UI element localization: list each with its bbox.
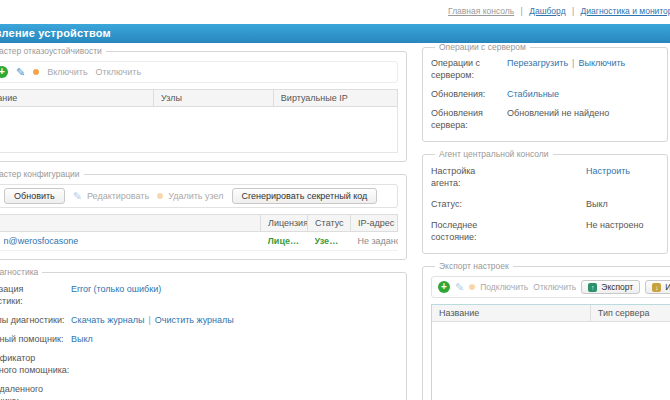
failover-cluster-legend: Кластер отказоустойчивости (0, 46, 106, 56)
edit-pencil-icon[interactable]: ✎ (16, 67, 25, 78)
assistant-id-label: Идентификатор удаленного помощника: (0, 352, 71, 376)
clear-logs-link[interactable]: Очистить журналы (155, 315, 234, 325)
config-cluster-legend: Кластер конфигурации (0, 169, 84, 179)
export-table-empty-body (432, 322, 670, 400)
export-table: Название Тип сервера (432, 305, 670, 322)
failover-toolbar: + ✎ Включить Отключить (0, 61, 398, 83)
console-agent-section: Агент центральной консоли Настройка аген… (422, 149, 668, 254)
detail-level-label: Детализация диагностики: (0, 283, 71, 307)
export-table-container: Название Тип сервера (431, 304, 670, 400)
node-status: Узел до… (315, 236, 344, 246)
disable-button[interactable]: Отключить (96, 67, 142, 77)
updates-channel-row: Обновления: Стабильные (431, 88, 659, 100)
agent-configure-link[interactable]: Настроить (586, 166, 630, 176)
shutdown-link[interactable]: Выключить (578, 58, 625, 68)
assistant-id-value (71, 352, 398, 376)
agent-status-row: Статус: Выкл (431, 198, 659, 210)
detail-level-link[interactable]: Error (только ошибки) (71, 284, 161, 294)
column-header-virtual-ip: Виртуальные IP (273, 90, 397, 107)
remove-circle-icon[interactable] (157, 193, 163, 199)
edit-pencil-icon[interactable]: ✎ (455, 282, 464, 293)
config-table: Имя Лицензия Статус IP-адрес n@werosfoca… (0, 214, 398, 251)
server-ops-label: Операции с сервером: (431, 57, 507, 81)
import-icon: ↓ (652, 283, 661, 292)
export-button-label: Экспорт (601, 282, 633, 292)
column-header-server-type: Тип сервера (590, 305, 670, 322)
add-icon[interactable]: + (0, 66, 8, 78)
diagnostics-section: Диагностика Детализация диагностики: Err… (0, 267, 407, 400)
agent-status-value: Выкл (586, 198, 608, 210)
export-icon: ↑ (588, 283, 597, 292)
nav-item-dashboard[interactable]: Дашборд (529, 6, 565, 16)
add-icon[interactable]: + (438, 281, 450, 293)
column-header-ip: IP-адрес (350, 215, 397, 232)
node-name-link[interactable]: n@werosfocasone (4, 236, 79, 246)
device-management-page: Главная консоль | Дашборд | Диагностика … (0, 0, 670, 400)
column-header-name: Имя (0, 215, 261, 232)
remote-assistant-label: Удаленный помощник: (0, 333, 71, 345)
remove-circle-icon[interactable] (33, 69, 39, 75)
diagnostics-detail-row: Детализация диагностики: Error (только о… (0, 283, 398, 307)
column-header-license: Лицензия (261, 215, 308, 232)
updates-channel-link[interactable]: Стабильные (507, 89, 559, 99)
column-header-nodes: Узлы (154, 90, 274, 107)
connect-button[interactable]: Подключить (480, 282, 528, 292)
failover-cluster-section: Кластер отказоустойчивости + ✎ Включить … (0, 46, 407, 162)
failover-table: Название Узлы Виртуальные IP (0, 89, 398, 107)
export-button[interactable]: ↑ Экспорт (581, 280, 640, 294)
failover-table-empty-body (0, 107, 398, 153)
assistant-token-value (71, 383, 398, 400)
ip-address-value: Не задано (357, 236, 397, 246)
nav-item-home[interactable]: Главная консоль (448, 6, 514, 16)
license-status: Лицензиона… (268, 236, 301, 246)
nav-item-monitoring[interactable]: Диагностика и мониторинг (581, 6, 670, 16)
edit-node-button[interactable]: Редактировать (87, 191, 149, 201)
config-cluster-section: Кластер конфигурации Обновить ✎ Редактир… (0, 169, 407, 260)
diag-logs-label: Журналы диагностики: (0, 314, 71, 326)
assistant-id-row: Идентификатор удаленного помощника: (0, 352, 398, 376)
nav-separator: | (572, 6, 574, 16)
nav-separator: | (521, 6, 523, 16)
server-operations-section: Операции с сервером Операции с сервером:… (422, 42, 668, 142)
remote-assistant-row: Удаленный помощник: Выкл (0, 333, 398, 345)
agent-last-state-value: Не настроено (586, 219, 644, 231)
agent-status-label: Статус: (431, 198, 495, 210)
updates-label: Обновления: (431, 88, 507, 100)
diagnostics-legend: Диагностика (0, 267, 42, 277)
export-settings-legend: Экспорт настроек (435, 261, 513, 271)
link-separator: | (572, 58, 574, 68)
page-title: Управление устройством (0, 24, 111, 43)
link-separator: | (148, 315, 150, 325)
agent-last-state-row: Последнее состояние: Не настроено (431, 219, 659, 243)
column-header-name: Название (0, 90, 154, 107)
page-title-bar: Управление устройством (0, 24, 670, 43)
generate-secret-code-button[interactable]: Сгенерировать секретный код (232, 188, 378, 204)
delete-node-button[interactable]: Удалить узел (168, 191, 223, 201)
top-nav: Главная консоль | Дашборд | Диагностика … (448, 6, 670, 16)
disconnect-button[interactable]: Отключить (533, 282, 576, 292)
download-logs-link[interactable]: Скачать журналы (71, 315, 144, 325)
table-row[interactable]: n@werosfocasone Лицензиона… Узел до… Не … (0, 232, 398, 251)
right-column: Операции с сервером Операции с сервером:… (422, 42, 668, 400)
assistant-token-row: Токен удаленного помощника: (0, 383, 398, 400)
diagnostics-logs-row: Журналы диагностики: Скачать журналы|Очи… (0, 314, 398, 326)
agent-setup-label: Настройка агента: (431, 165, 495, 189)
edit-pencil-icon[interactable]: ✎ (73, 191, 82, 202)
server-updates-row: Обновления сервера: Обновлений не найден… (431, 107, 659, 131)
column-header-status: Статус (308, 215, 351, 232)
config-toolbar: Обновить ✎ Редактировать Удалить узел Сг… (0, 184, 398, 208)
console-agent-legend: Агент центральной консоли (435, 149, 553, 159)
remove-circle-icon[interactable] (469, 284, 475, 290)
agent-last-state-label: Последнее состояние: (431, 219, 495, 243)
assistant-token-label: Токен удаленного помощника: (0, 383, 71, 400)
refresh-button[interactable]: Обновить (4, 188, 65, 204)
restart-link[interactable]: Перезагрузить (507, 58, 568, 68)
server-operations-legend: Операции с сервером (435, 42, 530, 52)
agent-setup-row: Настройка агента: Настроить (431, 165, 659, 189)
enable-button[interactable]: Включить (47, 67, 87, 77)
export-settings-section: Экспорт настроек + ✎ Подключить Отключит… (422, 261, 670, 400)
remote-assistant-toggle-link[interactable]: Выкл (71, 334, 93, 344)
left-column: Кластер отказоустойчивости + ✎ Включить … (0, 46, 407, 400)
server-updates-label: Обновления сервера: (431, 107, 507, 131)
import-button[interactable]: ↓ Импорт (645, 280, 670, 294)
